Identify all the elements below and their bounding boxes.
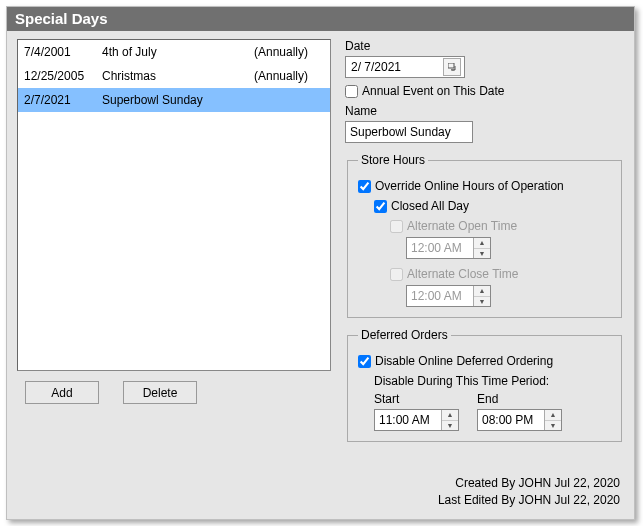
disable-period-label: Disable During This Time Period: xyxy=(374,374,549,388)
end-label: End xyxy=(477,392,562,406)
name-field[interactable] xyxy=(345,121,473,143)
spinner-icon[interactable]: ▲▼ xyxy=(441,410,458,430)
spinner-icon: ▲▼ xyxy=(473,238,490,258)
override-hours-label: Override Online Hours of Operation xyxy=(375,179,564,193)
store-hours-legend: Store Hours xyxy=(358,153,428,167)
delete-button[interactable]: Delete xyxy=(123,381,197,404)
spinner-icon[interactable]: ▲▼ xyxy=(544,410,561,430)
annual-event-checkbox[interactable] xyxy=(345,85,358,98)
alt-open-checkbox xyxy=(390,220,403,233)
deferred-orders-group: Deferred Orders Disable Online Deferred … xyxy=(347,328,622,442)
start-label: Start xyxy=(374,392,459,406)
svg-rect-0 xyxy=(448,63,454,68)
audit-footer: Created By JOHN Jul 22, 2020 Last Edited… xyxy=(438,475,620,509)
add-button[interactable]: Add xyxy=(25,381,99,404)
alt-close-label: Alternate Close Time xyxy=(407,267,518,281)
edited-by: Last Edited By JOHN Jul 22, 2020 xyxy=(438,492,620,509)
alt-open-time: ▲▼ xyxy=(406,237,491,259)
start-time[interactable]: ▲▼ xyxy=(374,409,459,431)
spinner-icon: ▲▼ xyxy=(473,286,490,306)
alt-close-checkbox xyxy=(390,268,403,281)
deferred-orders-legend: Deferred Orders xyxy=(358,328,451,342)
date-picker[interactable]: 2/ 7/2021 xyxy=(345,56,465,78)
disable-deferred-checkbox[interactable] xyxy=(358,355,371,368)
date-value: 2/ 7/2021 xyxy=(351,60,401,74)
closed-all-day-checkbox[interactable] xyxy=(374,200,387,213)
alt-close-time: ▲▼ xyxy=(406,285,491,307)
annual-event-label: Annual Event on This Date xyxy=(362,84,505,98)
disable-deferred-label: Disable Online Deferred Ordering xyxy=(375,354,553,368)
special-days-panel: Special Days 7/4/2001 4th of July (Annua… xyxy=(6,6,635,520)
store-hours-group: Store Hours Override Online Hours of Ope… xyxy=(347,153,622,318)
panel-title: Special Days xyxy=(7,7,634,31)
special-days-list[interactable]: 7/4/2001 4th of July (Annually) 12/25/20… xyxy=(17,39,331,371)
list-item[interactable]: 7/4/2001 4th of July (Annually) xyxy=(18,40,330,64)
calendar-dropdown-icon[interactable] xyxy=(443,58,461,76)
end-time[interactable]: ▲▼ xyxy=(477,409,562,431)
date-label: Date xyxy=(345,39,624,53)
start-time-input[interactable] xyxy=(375,412,441,428)
name-label: Name xyxy=(345,104,624,118)
end-time-input[interactable] xyxy=(478,412,544,428)
created-by: Created By JOHN Jul 22, 2020 xyxy=(438,475,620,492)
list-item[interactable]: 2/7/2021 Superbowl Sunday xyxy=(18,88,330,112)
closed-all-day-label: Closed All Day xyxy=(391,199,469,213)
list-item[interactable]: 12/25/2005 Christmas (Annually) xyxy=(18,64,330,88)
override-hours-checkbox[interactable] xyxy=(358,180,371,193)
alt-open-label: Alternate Open Time xyxy=(407,219,517,233)
